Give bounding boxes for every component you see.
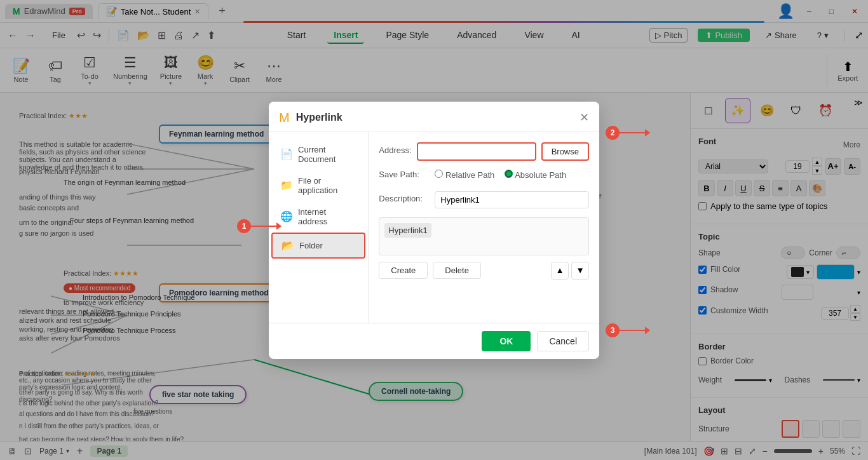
cancel-btn[interactable]: Cancel bbox=[537, 331, 589, 351]
arrow-line-3 bbox=[620, 330, 645, 331]
arrow-line-1 bbox=[251, 226, 276, 227]
badge-3-container: 3 bbox=[606, 323, 650, 337]
modal-list-actions: Create Delete ▲ ▼ bbox=[379, 262, 589, 280]
badge-1-container: 1 bbox=[237, 219, 281, 233]
address-label: Address: bbox=[379, 145, 411, 155]
sidebar-file-app[interactable]: 📁 File or application bbox=[271, 170, 365, 201]
move-down-btn[interactable]: ▼ bbox=[571, 262, 589, 280]
absolute-path-radio[interactable] bbox=[505, 170, 513, 178]
create-delete-btns: Create Delete bbox=[379, 262, 481, 279]
arrow-head-1 bbox=[276, 222, 281, 230]
sidebar-folder[interactable]: 📂 Folder bbox=[271, 233, 365, 259]
badge-1: 1 bbox=[237, 219, 251, 233]
description-label: Description: bbox=[379, 194, 430, 203]
ok-btn[interactable]: OK bbox=[482, 331, 531, 351]
modal-header: M Hyperlink ✕ bbox=[269, 102, 599, 132]
badge-3: 3 bbox=[606, 323, 620, 337]
description-input[interactable] bbox=[435, 191, 589, 208]
absolute-path-text: Absolute Path bbox=[515, 170, 566, 180]
modal-content: Address: Browse Save Path: Relative Path bbox=[369, 132, 599, 323]
arrow-head-3 bbox=[645, 327, 650, 334]
hyperlink-list: Hyperlink1 bbox=[379, 217, 589, 255]
relative-path-text: Relative Path bbox=[445, 170, 494, 180]
internet-label: Internet address bbox=[298, 207, 356, 226]
current-doc-label: Current Document bbox=[298, 145, 356, 164]
folder-label: Folder bbox=[299, 241, 323, 250]
modal-overlay[interactable]: 1 2 3 M Hyperlink ✕ 📄 Current Do bbox=[0, 0, 868, 460]
modal-title: Hyperlink bbox=[296, 112, 342, 123]
address-input[interactable] bbox=[417, 142, 536, 161]
save-path-label: Save Path: bbox=[379, 170, 430, 179]
modal-sidebar: 📄 Current Document 📁 File or application… bbox=[269, 132, 369, 323]
move-up-btn[interactable]: ▲ bbox=[551, 262, 569, 280]
modal-footer: OK Cancel bbox=[269, 323, 599, 359]
sidebar-current-doc[interactable]: 📄 Current Document bbox=[271, 139, 365, 170]
address-field: Address: Browse bbox=[379, 142, 589, 161]
hyperlink-list-item[interactable]: Hyperlink1 bbox=[384, 223, 431, 238]
relative-path-label[interactable]: Relative Path bbox=[435, 170, 494, 180]
badge-2-container: 2 bbox=[606, 126, 650, 140]
internet-icon: 🌐 bbox=[280, 210, 293, 222]
description-row: Description: bbox=[379, 191, 589, 208]
absolute-path-label[interactable]: Absolute Path bbox=[505, 170, 566, 180]
up-down-btns: ▲ ▼ bbox=[551, 262, 589, 280]
address-field-row: Address: Browse bbox=[379, 142, 589, 161]
save-path-row: Save Path: Relative Path Absolute Path bbox=[379, 170, 589, 182]
file-app-icon: 📁 bbox=[280, 179, 293, 191]
save-path-options: Relative Path Absolute Path bbox=[435, 170, 566, 182]
browse-btn[interactable]: Browse bbox=[541, 142, 589, 161]
relative-path-radio[interactable] bbox=[435, 170, 443, 178]
folder-icon: 📂 bbox=[281, 240, 294, 252]
arrow-head-2 bbox=[645, 129, 650, 137]
modal-body: 📄 Current Document 📁 File or application… bbox=[269, 132, 599, 323]
arrow-line-2 bbox=[620, 132, 645, 133]
modal-logo-icon: M bbox=[279, 111, 290, 125]
save-path-field: Save Path: Relative Path Absolute Path bbox=[379, 170, 589, 182]
create-btn[interactable]: Create bbox=[379, 262, 428, 279]
current-doc-icon: 📄 bbox=[280, 148, 293, 160]
delete-btn[interactable]: Delete bbox=[433, 262, 481, 279]
hyperlink-modal: 1 2 3 M Hyperlink ✕ 📄 Current Do bbox=[269, 102, 599, 359]
sidebar-internet[interactable]: 🌐 Internet address bbox=[271, 201, 365, 232]
description-field: Description: bbox=[379, 191, 589, 208]
modal-close-btn[interactable]: ✕ bbox=[580, 111, 589, 125]
badge-2: 2 bbox=[606, 126, 620, 140]
file-app-label: File or application bbox=[298, 176, 356, 195]
